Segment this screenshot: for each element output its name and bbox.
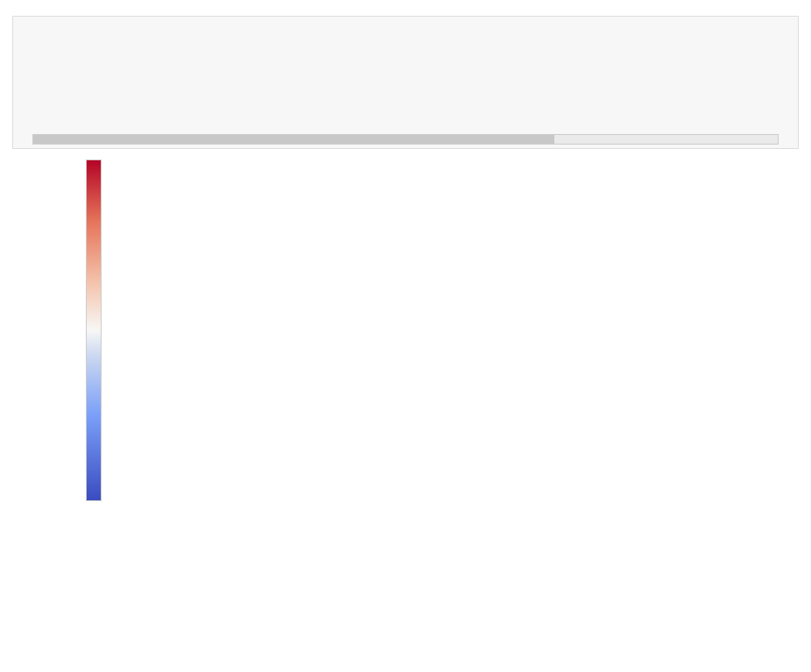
colorbar — [86, 159, 107, 501]
scroll-track[interactable] — [32, 134, 779, 145]
code-cell[interactable] — [12, 16, 799, 149]
colorbar-gradient — [86, 159, 102, 501]
code-editor[interactable] — [20, 22, 791, 129]
horizontal-scrollbar[interactable] — [20, 132, 791, 146]
scroll-thumb[interactable] — [33, 135, 554, 144]
heatmap-output — [65, 158, 799, 501]
